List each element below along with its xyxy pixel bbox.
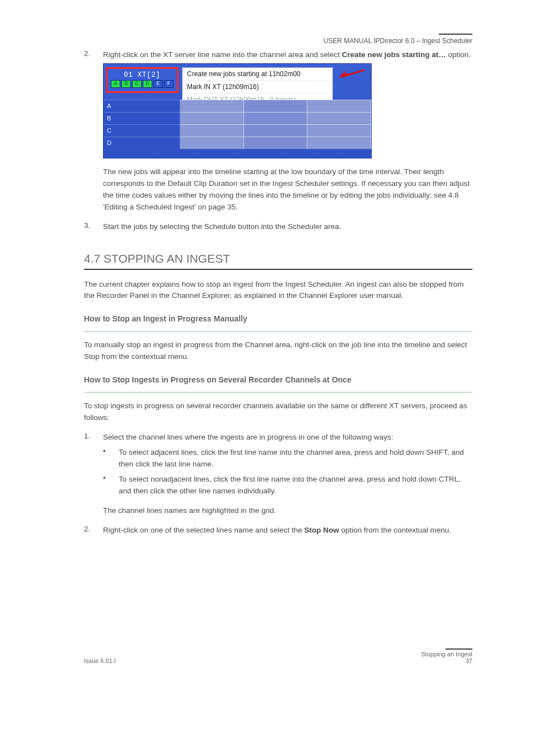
timeline-cell[interactable] <box>307 112 371 124</box>
callout-arrow-icon <box>338 68 366 80</box>
channel-chip[interactable]: F <box>164 80 174 88</box>
timeline-cell[interactable] <box>180 137 244 149</box>
timeline-cell[interactable] <box>307 124 371 137</box>
footer-rule <box>446 648 472 650</box>
section-heading: 4.7 STOPPING AN INGEST <box>84 252 472 265</box>
timeline-cell[interactable] <box>244 112 308 124</box>
menu-create-new-jobs[interactable]: Create new jobs starting at 11h02m00 <box>182 68 332 81</box>
step-text: Start the jobs by selecting the Schedule… <box>103 221 472 233</box>
paragraph: The current chapter explains how to stop… <box>84 279 472 302</box>
paragraph: The channel lines names are highlighted … <box>103 505 472 517</box>
step-text-part2: option. <box>446 50 471 59</box>
step-number: 3. <box>84 221 103 233</box>
step-text-part: Right-click on the XT server line name i… <box>103 50 340 59</box>
channel-chip[interactable]: C <box>132 80 142 88</box>
timeline-cell[interactable] <box>244 137 308 149</box>
timeline-cell[interactable] <box>180 124 244 137</box>
xt-server-box[interactable]: 01 XT[2] A B C D E F <box>106 67 179 93</box>
page-header: USER MANUAL IPDirector 6.0 – Ingest Sche… <box>84 37 472 45</box>
table-row[interactable]: A <box>104 100 371 112</box>
step-text-bold: Stop Now <box>304 526 339 534</box>
xt-server-title: 01 XT[2] <box>107 69 177 80</box>
subsection-rule <box>84 331 472 332</box>
subsection-heading: How to Stop Ingests in Progress on Sever… <box>84 375 472 384</box>
step-number: 2. <box>84 49 103 61</box>
embedded-screenshot: 01 XT[2] A B C D E F Create new jobs sta… <box>103 63 372 158</box>
timeline-cell[interactable] <box>180 100 244 112</box>
subsection-rule <box>84 392 472 393</box>
step-number: 2. <box>84 525 103 536</box>
timeline-cell[interactable] <box>307 100 371 112</box>
timeline-cell[interactable] <box>244 124 308 137</box>
channel-chip[interactable]: B <box>121 80 131 88</box>
step-text-part: Right-click on one of the selected lines… <box>103 526 304 534</box>
timeline-cell[interactable] <box>244 100 308 112</box>
step-text: Right-click on one of the selected lines… <box>103 525 472 536</box>
bullet-text: To select nonadjacent lines, click the f… <box>119 474 472 497</box>
bullet-icon: • <box>103 447 119 470</box>
row-label: A <box>104 100 180 112</box>
subsection-heading: How to Stop an Ingest in Progress Manual… <box>84 314 472 323</box>
table-row[interactable]: D <box>104 137 371 149</box>
footer-page-number: 37 <box>421 657 472 664</box>
step-text: Select the channel lines where the inges… <box>103 432 472 444</box>
footer-section-name: Stopping an Ingest <box>421 651 472 657</box>
timeline-cell[interactable] <box>180 112 244 124</box>
section-rule <box>84 269 472 270</box>
channel-chip[interactable]: A <box>111 80 120 88</box>
timeline-cell[interactable] <box>307 137 371 149</box>
channel-chip[interactable]: E <box>153 80 163 88</box>
table-row[interactable]: C <box>104 124 371 137</box>
step-text: Right-click on the XT server line name i… <box>103 49 472 61</box>
row-label: D <box>104 137 180 149</box>
paragraph: To stop ingests in progress on several r… <box>84 400 472 424</box>
bullet-icon: • <box>103 474 119 497</box>
row-label: B <box>104 112 180 124</box>
step-text-part2: option from the contextual menu. <box>339 526 451 534</box>
timeline-rows: A B C D <box>104 100 371 158</box>
paragraph: The new jobs will appear into the timeli… <box>103 166 472 213</box>
step-text-bold: Create new jobs starting at… <box>340 50 446 59</box>
bullet-text: To select adjacent lines, click the firs… <box>119 447 472 470</box>
xt-chip-row: A B C D E F <box>107 80 177 91</box>
channel-chip[interactable]: D <box>143 80 152 88</box>
footer-issue: Issue 6.01.I <box>84 657 116 664</box>
table-row[interactable]: B <box>104 112 371 124</box>
menu-mark-in[interactable]: Mark IN XT (12h09m16) <box>182 81 332 94</box>
row-label: C <box>104 124 180 137</box>
step-number: 1. <box>84 432 103 444</box>
paragraph: To manually stop an ingest in progress f… <box>84 339 472 363</box>
